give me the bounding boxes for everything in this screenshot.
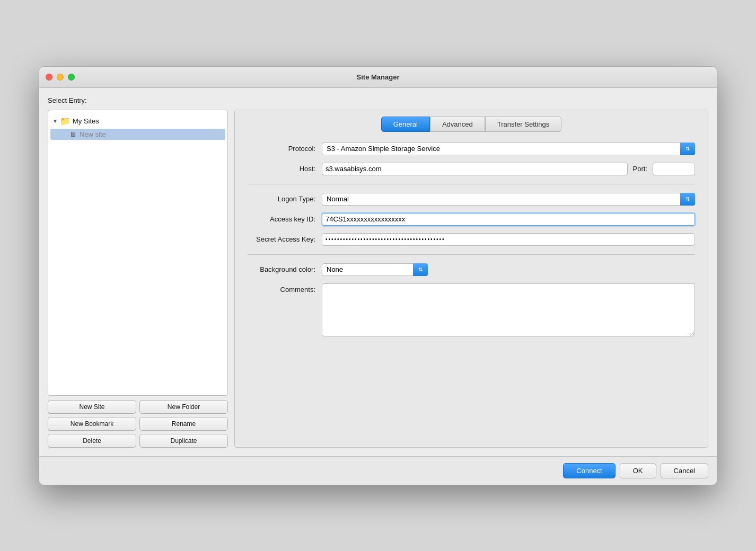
host-input[interactable] bbox=[322, 163, 628, 175]
new-site-button[interactable]: New Site bbox=[48, 400, 136, 414]
secret-key-input[interactable] bbox=[322, 233, 695, 246]
my-sites-folder[interactable]: ▼ 📁 My Sites bbox=[48, 114, 227, 128]
port-input[interactable] bbox=[653, 163, 695, 175]
minimize-button[interactable] bbox=[57, 74, 64, 81]
button-grid: New Site New Folder New Bookmark Rename … bbox=[48, 400, 228, 448]
protocol-select[interactable]: S3 - Amazon Simple Storage Service bbox=[322, 143, 695, 155]
tree-area: ▼ 📁 My Sites 🖥 New site bbox=[48, 110, 228, 396]
logon-type-label: Logon Type: bbox=[248, 195, 322, 203]
logon-type-select[interactable]: Normal bbox=[322, 193, 695, 206]
access-key-row: Access key ID: bbox=[248, 213, 695, 226]
secret-key-label: Secret Access Key: bbox=[248, 235, 322, 243]
comments-row: Comments: bbox=[248, 283, 695, 336]
logon-type-row: Logon Type: Normal ⇅ bbox=[248, 193, 695, 206]
bg-color-row: Background color: None ⇅ bbox=[248, 263, 695, 276]
tabs: General Advanced Transfer Settings bbox=[235, 110, 708, 132]
new-folder-button[interactable]: New Folder bbox=[139, 400, 228, 414]
titlebar: Site Manager bbox=[39, 67, 717, 88]
main-content: ▼ 📁 My Sites 🖥 New site New Site New Fol… bbox=[48, 110, 708, 448]
bg-color-label: Background color: bbox=[248, 265, 322, 273]
tab-transfer-settings[interactable]: Transfer Settings bbox=[485, 117, 562, 132]
host-label: Host: bbox=[248, 165, 322, 173]
my-sites-label: My Sites bbox=[73, 117, 99, 125]
access-key-input[interactable] bbox=[322, 213, 695, 226]
new-bookmark-button[interactable]: New Bookmark bbox=[48, 417, 136, 431]
site-name-label: New site bbox=[80, 130, 106, 138]
secret-key-row: Secret Access Key: bbox=[248, 233, 695, 246]
folder-arrow-icon: ▼ bbox=[52, 118, 58, 124]
close-button[interactable] bbox=[46, 74, 52, 81]
connect-button[interactable]: Connect bbox=[563, 463, 615, 478]
bg-color-select[interactable]: None bbox=[322, 263, 428, 276]
port-label: Port: bbox=[628, 165, 653, 173]
comments-label: Comments: bbox=[248, 283, 322, 294]
select-entry-label: Select Entry: bbox=[48, 96, 708, 104]
ok-button[interactable]: OK bbox=[620, 463, 656, 478]
tab-advanced[interactable]: Advanced bbox=[430, 117, 485, 132]
comments-textarea[interactable] bbox=[322, 283, 695, 336]
logon-type-select-wrapper: Normal ⇅ bbox=[322, 193, 695, 206]
maximize-button[interactable] bbox=[68, 74, 75, 81]
rename-button[interactable]: Rename bbox=[139, 417, 228, 431]
cancel-button[interactable]: Cancel bbox=[661, 463, 708, 478]
folder-icon: 📁 bbox=[60, 116, 71, 126]
window-footer: Connect OK Cancel bbox=[39, 456, 717, 485]
divider-2 bbox=[248, 254, 695, 255]
access-key-label: Access key ID: bbox=[248, 215, 322, 223]
protocol-row: Protocol: S3 - Amazon Simple Storage Ser… bbox=[248, 143, 695, 155]
bg-color-select-wrapper: None ⇅ bbox=[322, 263, 428, 276]
traffic-lights bbox=[46, 74, 75, 81]
new-site-item[interactable]: 🖥 New site bbox=[50, 129, 225, 140]
divider-1 bbox=[248, 184, 695, 184]
tab-general[interactable]: General bbox=[381, 117, 430, 132]
left-panel: ▼ 📁 My Sites 🖥 New site New Site New Fol… bbox=[48, 110, 228, 448]
delete-button[interactable]: Delete bbox=[48, 434, 136, 448]
right-panel: General Advanced Transfer Settings Proto… bbox=[234, 110, 708, 448]
site-manager-window: Site Manager Select Entry: ▼ 📁 My Sites … bbox=[39, 66, 717, 485]
host-row: Host: Port: bbox=[248, 163, 695, 175]
window-body: Select Entry: ▼ 📁 My Sites 🖥 New site bbox=[39, 88, 717, 456]
window-title: Site Manager bbox=[357, 73, 400, 81]
protocol-label: Protocol: bbox=[248, 145, 322, 153]
form-area: Protocol: S3 - Amazon Simple Storage Ser… bbox=[235, 132, 708, 447]
protocol-select-wrapper: S3 - Amazon Simple Storage Service ⇅ bbox=[322, 143, 695, 155]
site-icon: 🖥 bbox=[69, 130, 76, 138]
duplicate-button[interactable]: Duplicate bbox=[139, 434, 228, 448]
